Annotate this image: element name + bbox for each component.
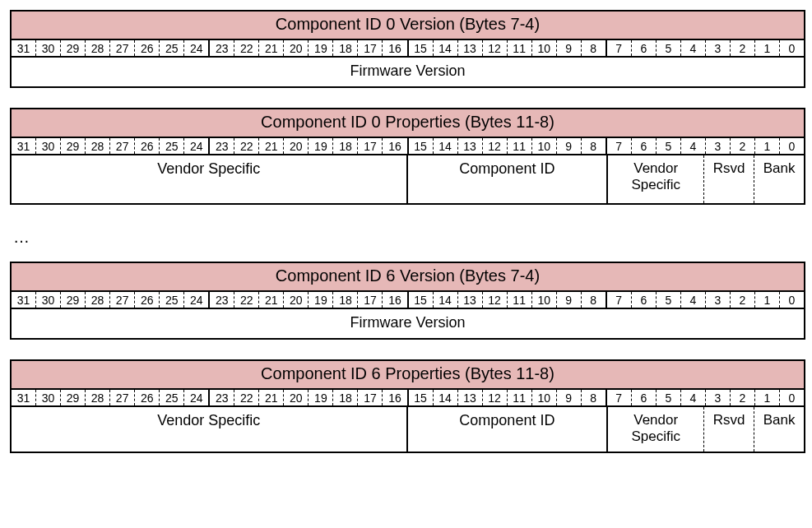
bit-cell: 25 <box>160 138 184 154</box>
bit-cell: 31 <box>12 292 36 308</box>
bit-cell: 19 <box>309 138 333 154</box>
bit-cell: 1 <box>755 138 780 154</box>
bit-cell: 12 <box>483 292 508 308</box>
field-vendor-specific-narrow: Vendor Specific <box>608 155 704 203</box>
bit-cell: 2 <box>731 390 755 405</box>
bit-cell: 31 <box>12 390 36 405</box>
bit-cell: 28 <box>86 40 110 56</box>
bit-cell: 16 <box>383 292 406 308</box>
register-block: Component ID 0 Version (Bytes 7-4) 31302… <box>10 10 805 88</box>
bit-cell: 27 <box>110 138 135 154</box>
bit-cell: 16 <box>383 138 406 154</box>
bit-cell: 17 <box>358 40 383 56</box>
bit-cell: 26 <box>135 292 160 308</box>
bit-cell: 6 <box>632 138 657 154</box>
bit-cell: 17 <box>358 138 383 154</box>
bit-cell: 24 <box>184 390 208 405</box>
bit-cell: 20 <box>284 40 309 56</box>
bit-cell: 6 <box>632 390 657 405</box>
bit-cell: 8 <box>582 292 606 308</box>
field-rsvd: Rsvd <box>704 407 754 452</box>
bit-cell: 19 <box>309 390 333 405</box>
bit-cell: 7 <box>607 292 632 308</box>
bit-index-row: 3130292827262524 2322212019181716 151413… <box>12 40 804 58</box>
bit-cell: 5 <box>657 40 681 56</box>
register-block: Component ID 6 Version (Bytes 7-4) 31302… <box>10 262 805 340</box>
bit-cell: 4 <box>681 40 706 56</box>
bit-cell: 24 <box>184 40 208 56</box>
field-vendor-specific: Vendor Specific <box>12 155 408 203</box>
bit-cell: 21 <box>259 292 284 308</box>
bit-cell: 29 <box>61 138 86 154</box>
bit-cell: 5 <box>657 292 681 308</box>
bit-cell: 17 <box>358 292 383 308</box>
field-row: Firmware Version <box>12 58 804 86</box>
bit-cell: 19 <box>309 40 333 56</box>
bit-cell: 13 <box>458 390 483 405</box>
bit-cell: 29 <box>61 40 86 56</box>
bit-index-row: 3130292827262524 2322212019181716 151413… <box>12 390 804 407</box>
bit-cell: 25 <box>160 292 184 308</box>
bit-cell: 30 <box>36 138 61 154</box>
field-vendor-specific: Vendor Specific <box>12 407 408 452</box>
bit-cell: 22 <box>234 292 259 308</box>
bit-cell: 28 <box>86 390 110 405</box>
bit-cell: 20 <box>284 390 309 405</box>
register-title: Component ID 6 Version (Bytes 7-4) <box>12 263 804 292</box>
register-title: Component ID 6 Properties (Bytes 11-8) <box>12 361 804 390</box>
bit-cell: 0 <box>780 292 804 308</box>
bit-cell: 15 <box>409 40 434 56</box>
bit-cell: 1 <box>755 390 780 405</box>
bit-cell: 3 <box>706 40 731 56</box>
bit-cell: 8 <box>582 138 606 154</box>
bit-cell: 12 <box>483 40 508 56</box>
bit-cell: 9 <box>557 40 582 56</box>
bit-cell: 0 <box>780 40 804 56</box>
field-row: Vendor Specific Component ID Vendor Spec… <box>12 407 804 452</box>
bit-cell: 2 <box>731 138 755 154</box>
bit-cell: 24 <box>184 292 208 308</box>
field-rsvd: Rsvd <box>704 155 754 203</box>
bit-cell: 12 <box>483 390 508 405</box>
bit-cell: 8 <box>582 390 606 405</box>
register-block: Component ID 6 Properties (Bytes 11-8) 3… <box>10 359 805 453</box>
bit-cell: 7 <box>607 138 632 154</box>
bit-cell: 27 <box>110 40 135 56</box>
bit-cell: 25 <box>160 390 184 405</box>
bit-cell: 6 <box>632 292 657 308</box>
bit-cell: 5 <box>657 390 681 405</box>
bit-cell: 18 <box>333 292 358 308</box>
bit-cell: 20 <box>284 138 309 154</box>
bit-cell: 14 <box>434 138 458 154</box>
bit-cell: 9 <box>557 292 582 308</box>
bit-cell: 15 <box>409 292 434 308</box>
bit-cell: 2 <box>731 292 755 308</box>
bit-cell: 13 <box>458 138 483 154</box>
bit-cell: 1 <box>755 40 780 56</box>
bit-cell: 7 <box>607 390 632 405</box>
bit-cell: 6 <box>632 40 657 56</box>
field-component-id: Component ID <box>408 407 609 452</box>
bit-cell: 0 <box>780 138 804 154</box>
field-bank: Bank <box>754 407 804 452</box>
bit-cell: 18 <box>333 390 358 405</box>
bit-cell: 14 <box>434 40 458 56</box>
bit-cell: 4 <box>681 390 706 405</box>
bit-cell: 4 <box>681 292 706 308</box>
bit-cell: 31 <box>12 40 36 56</box>
bit-cell: 10 <box>532 292 557 308</box>
field-firmware-version: Firmware Version <box>12 58 804 86</box>
bit-cell: 30 <box>36 390 61 405</box>
bit-cell: 9 <box>557 390 582 405</box>
register-title: Component ID 0 Properties (Bytes 11-8) <box>12 109 804 138</box>
bit-cell: 21 <box>259 390 284 405</box>
bit-cell: 14 <box>434 390 458 405</box>
bit-cell: 9 <box>557 138 582 154</box>
field-firmware-version: Firmware Version <box>12 309 804 338</box>
field-byte0-group: Vendor Specific Rsvd Bank <box>608 407 804 452</box>
bit-cell: 22 <box>234 390 259 405</box>
bit-index-row: 3130292827262524 2322212019181716 151413… <box>12 292 804 309</box>
field-bank: Bank <box>754 155 804 203</box>
bit-cell: 28 <box>86 292 110 308</box>
bit-cell: 5 <box>657 138 681 154</box>
